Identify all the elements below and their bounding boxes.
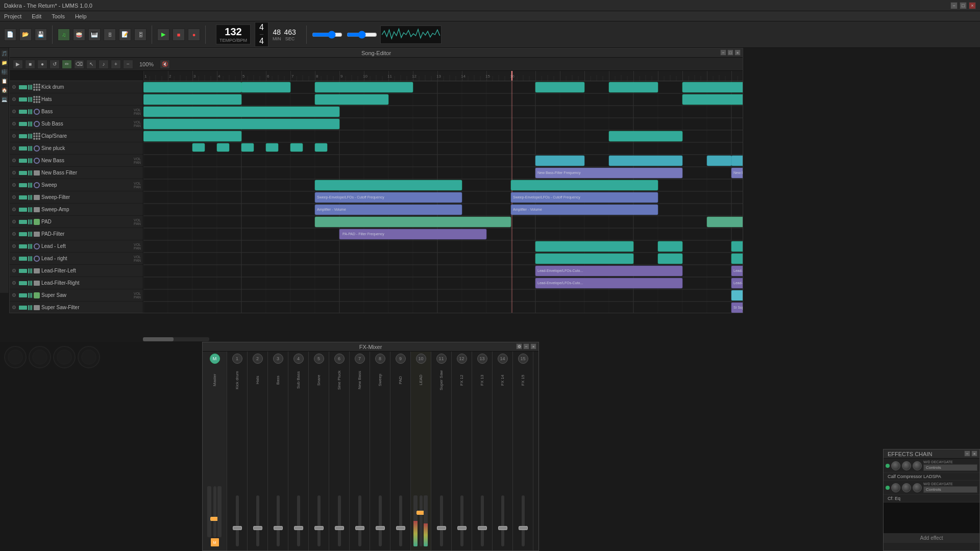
beat-bassline-button[interactable]: 🥁 [73, 29, 85, 41]
track-name-pad-filter[interactable]: PAD-Filter [41, 231, 141, 237]
track-name-sine-pluck[interactable]: Sine pluck [41, 145, 141, 151]
block[interactable] [315, 217, 511, 227]
track-name-lead-left[interactable]: Lead - Left [41, 243, 132, 249]
horizontal-scrollbar[interactable] [143, 337, 209, 341]
fx-channel-10-num[interactable]: 10 [416, 354, 426, 364]
block[interactable] [609, 131, 682, 141]
track-name-kick[interactable]: Kick drum [41, 84, 141, 90]
track-gear-sub-bass[interactable]: ⚙ [12, 121, 18, 127]
se-loop-button[interactable]: ↺ [50, 60, 60, 69]
menu-help[interactable]: Help [73, 12, 89, 20]
fx-fader-10[interactable] [420, 495, 423, 546]
computer-button[interactable]: 💻 [1, 96, 8, 103]
controller-rack-button[interactable]: 🎛 [134, 29, 146, 41]
track-gear-sweep-filter[interactable]: ⚙ [12, 194, 18, 200]
song-editor-minimize[interactable]: − [720, 49, 726, 56]
se-erase-button[interactable]: ⌫ [74, 60, 84, 69]
fx-fader-5-handle[interactable] [314, 526, 324, 530]
fx-fader-13-handle[interactable] [478, 526, 487, 530]
fx-channel-13-num[interactable]: 13 [477, 354, 487, 364]
fx-fader-15[interactable] [522, 495, 525, 546]
block[interactable] [707, 217, 743, 227]
track-name-sweep-amp[interactable]: Sweep-Amp [41, 207, 141, 212]
fx-fader-14-handle[interactable] [498, 526, 507, 530]
effects-chain-minimize-button[interactable]: − [964, 450, 970, 457]
block[interactable] [731, 241, 743, 252]
block[interactable] [731, 254, 743, 264]
block[interactable] [535, 241, 633, 252]
fx-channel-11-num[interactable]: 11 [436, 354, 447, 364]
track-gear-hats[interactable]: ⚙ [12, 96, 18, 102]
effect-1-knob-2[interactable] [902, 461, 911, 470]
fx-fader-6-handle[interactable] [335, 526, 344, 530]
track-mute-clap[interactable] [19, 134, 27, 138]
new-project-button[interactable]: 📄 [4, 29, 16, 41]
se-record-button[interactable]: ● [37, 60, 47, 69]
block[interactable] [143, 131, 241, 141]
track-gear-pad[interactable]: ⚙ [12, 219, 18, 224]
track-gear-super-saw[interactable]: ⚙ [12, 292, 18, 298]
fx-channel-9-num[interactable]: 9 [396, 354, 406, 364]
track-mute-super-saw[interactable] [19, 293, 27, 297]
fx-fader-4-handle[interactable] [294, 526, 303, 530]
fx-mixer-close-button[interactable]: × [530, 343, 536, 349]
track-gear-pad-filter[interactable]: ⚙ [12, 231, 18, 237]
fx-channel-8-num[interactable]: 8 [375, 354, 385, 364]
fx-mixer-settings-icon[interactable]: ⚙ [516, 343, 522, 349]
track-gear-lead-filter-left[interactable]: ⚙ [12, 268, 18, 273]
track-gear-sine-pluck[interactable]: ⚙ [12, 145, 18, 151]
fx-channel-1-num[interactable]: 1 [232, 354, 242, 364]
fx-fader-11[interactable] [440, 495, 443, 546]
track-gear-lead-filter-right[interactable]: ⚙ [12, 280, 18, 286]
fx-channel-4-num[interactable]: 4 [293, 354, 304, 364]
close-button[interactable]: × [969, 2, 976, 9]
fx-fader-8-handle[interactable] [376, 526, 385, 530]
fx-channel-5-num[interactable]: 5 [314, 354, 324, 364]
track-mute-kick[interactable] [19, 85, 27, 89]
fx-fader-3-handle[interactable] [274, 526, 283, 530]
project-notes-button[interactable]: 📝 [119, 29, 131, 41]
track-mute-lead-left[interactable] [19, 244, 27, 248]
fx-fader-13[interactable] [481, 495, 484, 546]
track-gear-sweep[interactable]: ⚙ [12, 182, 18, 188]
fx-fader-14[interactable] [501, 495, 504, 546]
block[interactable] [143, 82, 241, 92]
se-draw-button[interactable]: ✏ [62, 60, 72, 69]
block[interactable] [511, 180, 658, 190]
block[interactable] [315, 143, 327, 152]
piano-roll-button[interactable]: 🎹 [88, 29, 101, 41]
track-gear-sweep-amp[interactable]: ⚙ [12, 207, 18, 212]
fx-fader-6[interactable] [338, 495, 341, 546]
track-name-super-saw-filter[interactable]: Super Saw-Filter [41, 305, 141, 310]
song-editor-close[interactable]: × [734, 49, 741, 56]
effect-2-knob-3[interactable] [913, 483, 922, 492]
track-mute-lead-filter-right[interactable] [19, 281, 27, 285]
se-stop-button[interactable]: ■ [25, 60, 35, 69]
track-name-hats[interactable]: Hats [41, 96, 141, 102]
play-button[interactable]: ▶ [157, 29, 169, 41]
track-name-sweep-filter[interactable]: Sweep-Filter [41, 194, 141, 200]
menu-tools[interactable]: Tools [50, 12, 67, 20]
block[interactable] [609, 82, 658, 92]
track-gear-new-bass-filter[interactable]: ⚙ [12, 170, 18, 176]
fx-fader-8[interactable] [379, 495, 382, 546]
track-mute-sub-bass[interactable] [19, 122, 27, 126]
block[interactable] [658, 254, 682, 264]
track-mute-sweep-filter[interactable] [19, 195, 27, 199]
fx-fader-12[interactable] [460, 495, 463, 546]
fx-fader-12-handle[interactable] [457, 526, 467, 530]
my-presets-button[interactable]: 📋 [1, 78, 8, 85]
fx-fader-9[interactable] [399, 495, 402, 546]
track-name-bass[interactable]: Bass [41, 109, 132, 114]
maximize-button[interactable]: □ [960, 2, 967, 9]
fx-fader-15-handle[interactable] [519, 526, 528, 530]
fx-fader-1[interactable] [236, 495, 239, 546]
my-home-button[interactable]: 🏠 [1, 87, 8, 94]
track-gear-lead-left[interactable]: ⚙ [12, 243, 18, 249]
fx-channel-7-num[interactable]: 7 [355, 354, 365, 364]
master-pitch-slider[interactable] [347, 31, 377, 39]
song-editor-button[interactable]: ♫ [58, 29, 70, 41]
track-mute-pad-filter[interactable] [19, 232, 27, 236]
block[interactable] [241, 82, 290, 92]
se-mute-button[interactable]: 🔇 [160, 60, 170, 69]
